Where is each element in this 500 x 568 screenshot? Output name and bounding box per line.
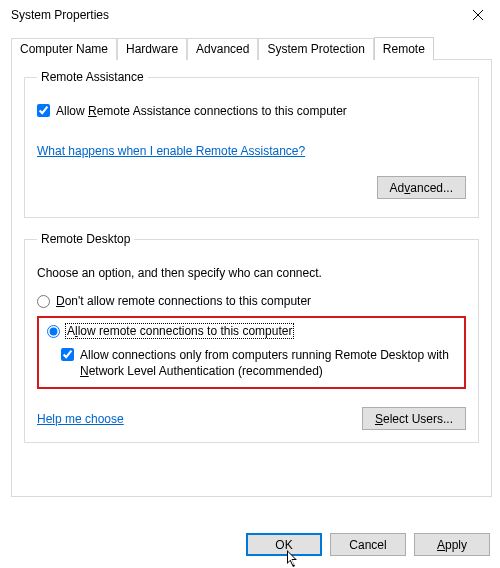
remote-desktop-legend: Remote Desktop (37, 232, 134, 246)
cancel-button[interactable]: Cancel (330, 533, 406, 556)
remote-desktop-intro: Choose an option, and then specify who c… (37, 266, 466, 280)
select-users-button[interactable]: Select Users... (362, 407, 466, 430)
ok-button[interactable]: OK (246, 533, 322, 556)
help-me-choose-link[interactable]: Help me choose (37, 412, 124, 426)
remote-desktop-group: Remote Desktop Choose an option, and the… (24, 232, 479, 443)
allow-remote-radio[interactable]: Allow remote connections to this compute… (47, 324, 456, 338)
allow-remote-assistance-label: Allow Remote Assistance connections to t… (56, 104, 347, 118)
titlebar: System Properties (1, 0, 500, 30)
highlight-box: Allow remote connections to this compute… (37, 316, 466, 389)
window-title: System Properties (11, 8, 109, 22)
remote-assistance-group: Remote Assistance Allow Remote Assistanc… (24, 70, 479, 218)
tab-system-protection[interactable]: System Protection (258, 38, 373, 60)
allow-remote-assistance-checkbox[interactable]: Allow Remote Assistance connections to t… (37, 104, 466, 118)
remote-assistance-help-link[interactable]: What happens when I enable Remote Assist… (37, 144, 305, 158)
remote-assistance-legend: Remote Assistance (37, 70, 148, 84)
dont-allow-remote-label: Don't allow remote connections to this c… (56, 294, 311, 308)
apply-button[interactable]: Apply (414, 533, 490, 556)
allow-remote-assistance-input[interactable] (37, 104, 50, 117)
system-properties-dialog: System Properties Computer Name Hardware… (0, 0, 500, 568)
dialog-button-row: OK Cancel Apply (1, 521, 500, 568)
nla-checkbox[interactable] (61, 348, 74, 361)
content-area: Computer Name Hardware Advanced System P… (1, 30, 500, 521)
remote-assistance-advanced-button[interactable]: Advanced... (377, 176, 466, 199)
tab-strip: Computer Name Hardware Advanced System P… (11, 36, 492, 59)
tab-remote[interactable]: Remote (374, 37, 434, 60)
tab-computer-name[interactable]: Computer Name (11, 38, 117, 60)
close-button[interactable] (455, 0, 500, 30)
tab-panel-remote: Remote Assistance Allow Remote Assistanc… (11, 59, 492, 497)
close-icon (473, 10, 483, 20)
dont-allow-remote-radio[interactable]: Don't allow remote connections to this c… (37, 294, 466, 308)
tab-advanced[interactable]: Advanced (187, 38, 258, 60)
dont-allow-remote-input[interactable] (37, 295, 50, 308)
tab-hardware[interactable]: Hardware (117, 38, 187, 60)
nla-label: Allow connections only from computers ru… (80, 348, 456, 379)
allow-remote-label: Allow remote connections to this compute… (66, 324, 293, 338)
allow-remote-input[interactable] (47, 325, 60, 338)
